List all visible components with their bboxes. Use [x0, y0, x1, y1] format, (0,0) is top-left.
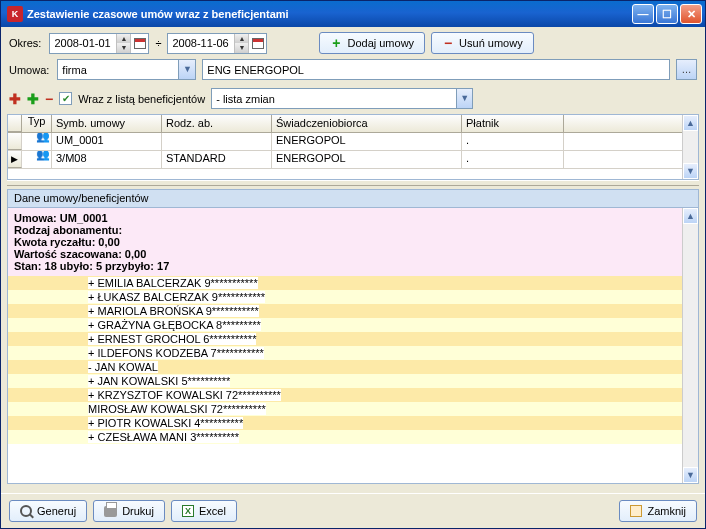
add-green-button[interactable]: ✚ — [27, 91, 39, 107]
app-icon: K — [7, 6, 23, 22]
przybylo-label: przybyło: — [102, 260, 157, 272]
date-to-field[interactable]: ▲▼ — [167, 33, 267, 54]
rodzaj-line: Rodzaj abonamentu: — [14, 224, 676, 236]
remove-contracts-label: Usuń umowy — [459, 37, 523, 49]
calendar-icon — [252, 38, 264, 49]
company-lookup-button[interactable]: … — [676, 59, 697, 80]
print-button[interactable]: Drukuj — [93, 500, 165, 522]
table-row[interactable]: UM_0001 ENERGOPOL . — [8, 133, 682, 151]
grid-scrollbar[interactable]: ▲ ▼ — [682, 115, 698, 179]
ubylo-label: ubyło: — [57, 260, 96, 272]
kwota-value: 0,00 — [98, 236, 119, 248]
titlebar: K Zestawienie czasowe umów wraz z benefi… — [1, 1, 705, 27]
folder-close-icon — [630, 505, 642, 517]
umowa-label: Umowa: — [9, 64, 49, 76]
col-plat[interactable]: Płatnik — [462, 115, 564, 132]
beneficiaries-label: Wraz z listą beneficjentów — [78, 93, 205, 105]
col-rodz[interactable]: Rodz. ab. — [162, 115, 272, 132]
date-to-input[interactable] — [168, 34, 234, 53]
umowa-input[interactable] — [58, 60, 178, 79]
wartosc-value: 0,00 — [125, 248, 146, 260]
cell-symb: 3/M08 — [52, 151, 162, 168]
date-from-input[interactable] — [50, 34, 116, 53]
pane-divider[interactable] — [7, 180, 699, 186]
list-item[interactable]: + EMILIA BALCERZAK 9*********** — [8, 276, 682, 290]
close-button[interactable]: Zamknij — [619, 500, 697, 522]
scroll-down-icon[interactable]: ▼ — [683, 163, 698, 179]
list-item[interactable]: + ILDEFONS KODZEBA 7*********** — [8, 346, 682, 360]
current-row-marker-icon: ▶ — [11, 154, 18, 164]
magnifier-icon — [20, 505, 32, 517]
toolbar-row-3: ✚ ✚ − ✔ Wraz z listą beneficjentów ▼ — [1, 85, 705, 112]
scroll-up-icon[interactable]: ▲ — [683, 208, 698, 224]
add-contracts-label: Dodaj umowy — [347, 37, 414, 49]
window-title: Zestawienie czasowe umów wraz z beneficj… — [27, 8, 632, 20]
umowa-line-label: Umowa: — [14, 212, 60, 224]
date-from-field[interactable]: ▲▼ — [49, 33, 149, 54]
date-to-calendar-button[interactable] — [248, 34, 266, 53]
umowa-combo[interactable]: ▼ — [57, 59, 196, 80]
minus-icon: − — [442, 37, 454, 49]
list-item[interactable]: + CZESŁAWA MANI 3********** — [8, 430, 682, 444]
scroll-down-icon[interactable]: ▼ — [683, 467, 698, 483]
list-item[interactable]: + JAN KOWALSKI 5********** — [8, 374, 682, 388]
list-item[interactable]: - JAN KOWAL — [8, 360, 682, 374]
mode-input[interactable] — [212, 89, 456, 108]
kwota-label: Kwota ryczałtu: — [14, 236, 98, 248]
generate-label: Generuj — [37, 505, 76, 517]
mode-combo[interactable]: ▼ — [211, 88, 473, 109]
calendar-icon — [134, 38, 146, 49]
col-typ[interactable]: Typ — [22, 115, 52, 132]
beneficiaries-checkbox[interactable]: ✔ — [59, 92, 72, 105]
date-separator: ÷ — [155, 37, 161, 49]
close-label: Zamknij — [647, 505, 686, 517]
toolbar-row-2: Umowa: ▼ … — [1, 59, 705, 85]
excel-label: Excel — [199, 505, 226, 517]
beneficiary-list: + EMILIA BALCERZAK 9*********** + ŁUKASZ… — [8, 276, 682, 444]
cell-rodz — [162, 133, 272, 150]
umowa-line-value: UM_0001 — [60, 212, 108, 224]
generate-button[interactable]: Generuj — [9, 500, 87, 522]
wartosc-label: Wartość szacowana: — [14, 248, 125, 260]
toolbar-row-1: Okres: ▲▼ ÷ ▲▼ + Dodaj umowy − Usuń umow… — [1, 27, 705, 59]
minimize-button[interactable]: — — [632, 4, 654, 24]
date-to-spinner[interactable]: ▲▼ — [234, 34, 248, 53]
list-item[interactable]: + PIOTR KOWALSKI 4********** — [8, 416, 682, 430]
list-item[interactable]: + GRAŻYNA GŁĘBOCKA 8********* — [8, 318, 682, 332]
window-close-button[interactable]: ✕ — [680, 4, 702, 24]
date-from-calendar-button[interactable] — [130, 34, 148, 53]
list-item[interactable]: + ŁUKASZ BALCERZAK 9*********** — [8, 290, 682, 304]
dropdown-icon[interactable]: ▼ — [456, 89, 472, 108]
company-field[interactable] — [202, 59, 670, 80]
footer-bar: Generuj Drukuj X Excel Zamknij — [1, 493, 705, 528]
maximize-button[interactable]: ☐ — [656, 4, 678, 24]
scroll-up-icon[interactable]: ▲ — [683, 115, 698, 131]
detail-pane-title: Dane umowy/beneficjentów — [7, 189, 699, 207]
contracts-grid: Typ Symb. umowy Rodz. ab. Świadczeniobio… — [7, 114, 699, 180]
cell-symb: UM_0001 — [52, 133, 162, 150]
stan-value: 18 — [45, 260, 57, 272]
remove-contracts-button[interactable]: − Usuń umowy — [431, 32, 534, 54]
excel-button[interactable]: X Excel — [171, 500, 237, 522]
col-sw[interactable]: Świadczeniobiorca — [272, 115, 462, 132]
remove-small-button[interactable]: − — [45, 91, 53, 107]
cell-plat: . — [462, 133, 564, 150]
dropdown-icon[interactable]: ▼ — [178, 60, 195, 79]
add-contracts-button[interactable]: + Dodaj umowy — [319, 32, 425, 54]
table-row[interactable]: ▶ 3/M08 STANDARD ENERGOPOL . — [8, 151, 682, 169]
przybylo-value: 17 — [157, 260, 169, 272]
grid-header: Typ Symb. umowy Rodz. ab. Świadczeniobio… — [8, 115, 682, 133]
excel-icon: X — [182, 505, 194, 517]
add-red-button[interactable]: ✚ — [9, 91, 21, 107]
list-item[interactable]: MIROSŁAW KOWALSKI 72********** — [8, 402, 682, 416]
plus-icon: + — [330, 37, 342, 49]
list-item[interactable]: + ERNEST GROCHOL 6*********** — [8, 332, 682, 346]
list-item[interactable]: + MARIOLA BROŃSKA 9*********** — [8, 304, 682, 318]
detail-pane: Umowa: UM_0001 Rodzaj abonamentu: Kwota … — [7, 207, 699, 484]
col-symb[interactable]: Symb. umowy — [52, 115, 162, 132]
date-from-spinner[interactable]: ▲▼ — [116, 34, 130, 53]
cell-plat: . — [462, 151, 564, 168]
list-item[interactable]: + KRZYSZTOF KOWALSKI 72********** — [8, 388, 682, 402]
detail-scrollbar[interactable]: ▲ ▼ — [682, 208, 698, 483]
company-input[interactable] — [203, 60, 669, 79]
